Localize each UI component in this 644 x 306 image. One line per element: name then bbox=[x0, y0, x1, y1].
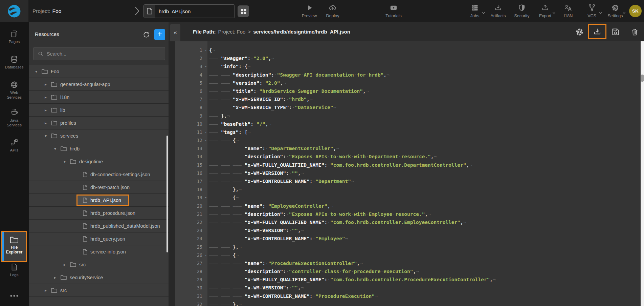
code-line[interactable]: 10——— "basePath":·"/",¬ bbox=[169, 120, 641, 128]
tree-item-services[interactable]: ▾services bbox=[29, 129, 169, 142]
code-line[interactable]: 8——— ——— "x-WM-SERVICE_TYPE":·"DataServi… bbox=[169, 103, 641, 111]
tree-item-service-info-json[interactable]: service-info.json bbox=[29, 245, 169, 258]
code-line[interactable]: 32——— ——— },¬ bbox=[169, 300, 641, 306]
sidebar-item-file-explorer[interactable]: File Explorer bbox=[1, 231, 27, 262]
caret-down-icon[interactable]: ▾ bbox=[43, 134, 48, 138]
refresh-button[interactable] bbox=[142, 30, 151, 39]
code-line[interactable]: 30——— ——— ——— "x-WM-VERSION":·"",¬ bbox=[169, 284, 641, 292]
nav-item-tutorials[interactable]: Tutorials bbox=[379, 3, 408, 18]
path-project: Project: Foo bbox=[218, 29, 246, 35]
resource-search[interactable] bbox=[33, 47, 165, 60]
code-line[interactable]: 25——— ——— },¬ bbox=[169, 243, 641, 251]
code-line[interactable]: 24——— ——— ——— "x-WM-CONTROLLER_NAME":·"E… bbox=[169, 234, 641, 243]
tree-item-hrdb-published-datamodel-json[interactable]: hrdb_published_dataModel.json bbox=[29, 220, 169, 232]
add-resource-button[interactable]: + bbox=[154, 29, 165, 40]
tree-item-foo[interactable]: ▾Foo bbox=[29, 65, 169, 78]
tree-item-generated-angular-app[interactable]: ▸generated-angular-app bbox=[29, 78, 169, 91]
editor-settings-button[interactable] bbox=[574, 27, 584, 37]
user-avatar[interactable]: SK bbox=[629, 5, 642, 17]
code-line[interactable]: 7——— ——— "x-WM-SERVICE_ID":·"hrdb",¬ bbox=[169, 95, 641, 103]
fold-caret-icon[interactable]: ▾ bbox=[205, 251, 207, 259]
code-line[interactable]: 3▾——— "info":·{¬ bbox=[169, 62, 641, 70]
line-number: 23 bbox=[169, 226, 207, 234]
sidebar-item-databases[interactable]: Databases bbox=[0, 55, 28, 69]
sidebar-item-more[interactable] bbox=[0, 294, 28, 299]
download-button-highlight[interactable] bbox=[588, 24, 606, 39]
code-line[interactable]: 11▾——— "tags":·[¬ bbox=[169, 128, 641, 136]
tree-item-designtime[interactable]: ▾designtime bbox=[29, 155, 169, 168]
code-line[interactable]: 29——— ——— ——— "x-WM-FULLY_QUALIFIED_NAME… bbox=[169, 276, 641, 284]
tree-item-profiles[interactable]: ▸profiles bbox=[29, 117, 169, 129]
tree-item-hrdb[interactable]: ▾hrdb bbox=[29, 142, 169, 155]
caret-down-icon[interactable]: ▾ bbox=[53, 146, 58, 151]
tree-item-i18n[interactable]: ▸i18n bbox=[29, 91, 169, 104]
sidebar-item-logs[interactable]: Logs bbox=[0, 263, 28, 277]
fold-caret-icon[interactable]: ▾ bbox=[205, 193, 207, 202]
code-line[interactable]: 14——— ——— ——— "description":·"Exposes·AP… bbox=[169, 152, 641, 161]
caret-right-icon[interactable]: ▸ bbox=[43, 121, 48, 125]
caret-right-icon[interactable]: ▸ bbox=[43, 82, 48, 87]
code-line[interactable]: 6——— ——— "title":·"hrdbService·Swagger·D… bbox=[169, 87, 641, 95]
tree-item-hrdb-procedure-json[interactable]: hrdb_procedure.json bbox=[29, 207, 169, 220]
collapse-panel-button[interactable]: « bbox=[170, 24, 180, 41]
code-line[interactable]: 26▾——— ——— {¬ bbox=[169, 251, 641, 259]
code-line[interactable]: 31——— ——— ——— "x-WM-CONTROLLER_NAME":·"P… bbox=[169, 292, 641, 300]
tree-item-securityservice[interactable]: ▸securityService bbox=[29, 271, 169, 284]
code-line[interactable]: 27——— ——— ——— "name":·"ProcedureExecutio… bbox=[169, 259, 641, 267]
save-button[interactable] bbox=[610, 27, 621, 37]
file-switcher-grid-icon[interactable] bbox=[238, 5, 249, 17]
nav-item-settings[interactable]: Settings bbox=[601, 3, 629, 18]
code-line[interactable]: 5——— ——— "version":·"2.0",¬ bbox=[169, 79, 641, 87]
code-line[interactable]: 18——— ——— },¬ bbox=[169, 185, 641, 193]
tree-item-lib[interactable]: ▸lib bbox=[29, 104, 169, 117]
fold-caret-icon[interactable]: ▾ bbox=[205, 128, 207, 136]
code-line[interactable]: 23——— ——— ——— "x-WM-VERSION":·"",¬ bbox=[169, 226, 641, 234]
code-line[interactable]: 4——— ——— "description":·"Swagger·API·doc… bbox=[169, 71, 641, 79]
editor-scrollbar-track[interactable] bbox=[641, 41, 644, 306]
code-line[interactable]: 15——— ——— ——— "x-WM-FULLY_QUALIFIED_NAME… bbox=[169, 161, 641, 169]
fold-caret-icon[interactable]: ▾ bbox=[205, 136, 207, 144]
nav-item-deploy[interactable]: Deploy bbox=[318, 3, 347, 18]
caret-right-icon[interactable]: ▸ bbox=[43, 95, 48, 100]
code-line[interactable]: 28——— ——— ——— "description":·"controller… bbox=[169, 267, 641, 276]
caret-down-icon[interactable]: ▾ bbox=[34, 69, 39, 74]
caret-right-icon[interactable]: ▸ bbox=[43, 288, 48, 293]
tree-item-db-connection-settings-json[interactable]: db-connection-settings.json bbox=[29, 168, 169, 181]
code-line[interactable]: 17——— ——— ——— "x-WM-CONTROLLER_NAME":·"D… bbox=[169, 177, 641, 185]
sidebar-item-web-services[interactable]: Web Services bbox=[0, 81, 28, 100]
code-line[interactable]: 22——— ——— ——— "x-WM-FULLY_QUALIFIED_NAME… bbox=[169, 218, 641, 226]
sidebar-item-pages[interactable]: Pages bbox=[0, 30, 28, 44]
code-line[interactable]: 2——— "swagger":·"2.0",¬ bbox=[169, 54, 641, 62]
delete-button[interactable] bbox=[629, 27, 640, 37]
code-line[interactable]: 16——— ——— ——— "x-WM-VERSION":·"",¬ bbox=[169, 169, 641, 177]
folder-icon bbox=[51, 108, 57, 113]
tree-item-hrdb-api-json[interactable]: hrdb_API.json bbox=[29, 194, 169, 207]
code-line[interactable]: 1▾{¬ bbox=[169, 46, 641, 54]
sidebar-item-apis[interactable]: APIs bbox=[0, 138, 28, 152]
tree-item-hrdb-query-json[interactable]: hrdb_query.json bbox=[29, 232, 169, 245]
tree-item-db-rest-patch-json[interactable]: db-rest-patch.json bbox=[29, 181, 169, 194]
caret-down-icon[interactable]: ▾ bbox=[62, 159, 67, 164]
code-line[interactable]: 13——— ——— ——— "name":·"DepartmentControl… bbox=[169, 144, 641, 152]
code-line[interactable]: 19▾——— ——— {¬ bbox=[169, 193, 641, 202]
code-line[interactable]: 20——— ——— ——— "name":·"EmployeeControlle… bbox=[169, 202, 641, 210]
tree-item-src[interactable]: ▸src bbox=[29, 284, 169, 297]
code-content[interactable]: 1▾{¬2——— "swagger":·"2.0",¬3▾——— "info":… bbox=[169, 46, 641, 306]
line-number: 10 bbox=[169, 120, 207, 128]
editor-scrollbar-thumb[interactable] bbox=[641, 75, 644, 82]
sidebar-item-java-services[interactable]: Java Services bbox=[0, 108, 28, 127]
search-input[interactable] bbox=[47, 51, 155, 57]
caret-right-icon[interactable]: ▸ bbox=[53, 275, 58, 280]
fold-caret-icon[interactable]: ▾ bbox=[205, 62, 207, 70]
tree-item-src[interactable]: ▸src bbox=[29, 258, 169, 271]
code-line[interactable]: 21——— ——— ——— "description":·"Exposes·AP… bbox=[169, 210, 641, 218]
app-logo[interactable] bbox=[0, 0, 28, 22]
open-file-tab[interactable]: hrdb_API.json bbox=[143, 4, 235, 18]
fold-caret-icon[interactable]: ▾ bbox=[205, 46, 207, 54]
code-editor[interactable]: 1▾{¬2——— "swagger":·"2.0",¬3▾——— "info":… bbox=[169, 41, 644, 306]
code-line[interactable]: 12▾——— ——— {¬ bbox=[169, 136, 641, 144]
tree-scrollbar[interactable] bbox=[166, 136, 168, 252]
caret-right-icon[interactable]: ▸ bbox=[62, 262, 67, 267]
caret-right-icon[interactable]: ▸ bbox=[43, 108, 48, 113]
code-line[interactable]: 9——— },¬ bbox=[169, 112, 641, 120]
